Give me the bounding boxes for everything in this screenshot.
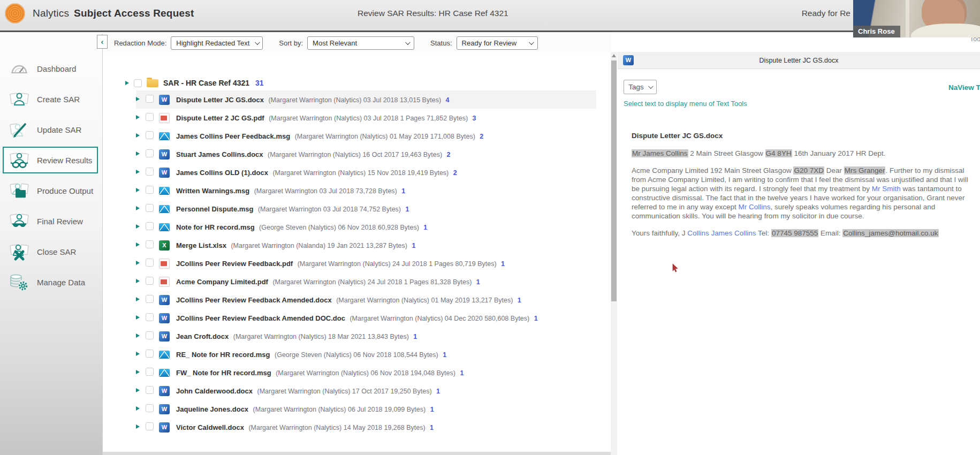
- expand-arrow-icon[interactable]: [136, 97, 140, 101]
- expand-arrow-icon[interactable]: [136, 406, 140, 411]
- toolbar: Redaction Mode: Highlight Redacted Text …: [103, 34, 611, 52]
- file-row[interactable]: Stuart James Collins.docx (Margaret Warr…: [136, 145, 610, 163]
- expand-arrow-icon[interactable]: [136, 388, 140, 392]
- row-checkbox[interactable]: [146, 131, 154, 139]
- expand-arrow-icon[interactable]: [136, 424, 140, 429]
- expand-arrow-icon[interactable]: [136, 188, 140, 192]
- page-title: Review SAR Results: HR Case Ref 4321: [358, 9, 508, 18]
- file-row[interactable]: Personnel Dispute.msg (Margaret Warringt…: [136, 200, 610, 218]
- sidebar-item-review-results[interactable]: Review Results: [3, 147, 98, 173]
- file-row[interactable]: Acme Company Limited.pdf (Margaret Warri…: [136, 272, 610, 291]
- row-checkbox[interactable]: [146, 295, 154, 303]
- expand-arrow-icon[interactable]: [136, 261, 140, 265]
- sidebar-item-produce-output[interactable]: Produce Output: [3, 177, 98, 204]
- expand-arrow-icon[interactable]: [136, 151, 140, 156]
- file-row[interactable]: Note for HR record.msg (George Steven (N…: [136, 218, 610, 236]
- file-row[interactable]: James Collins Peer Feedback.msg (Margare…: [136, 127, 610, 145]
- scrollbar-thumb[interactable]: [611, 60, 617, 301]
- row-checkbox[interactable]: [146, 404, 154, 412]
- file-row[interactable]: JCollins Peer Review Feedback Amended DO…: [136, 309, 610, 327]
- expand-arrow-icon[interactable]: [136, 315, 140, 320]
- file-row[interactable]: Merge List.xlsx (Margaret Warrington (Na…: [136, 236, 610, 254]
- file-row[interactable]: Dispute Letter 2 JC GS.pdf (Margaret War…: [136, 109, 610, 127]
- file-row[interactable]: Written Warnings.msg (Margaret Warringto…: [136, 181, 610, 200]
- row-checkbox[interactable]: [146, 386, 154, 394]
- file-row[interactable]: Jaqueline Jones.docx (Margaret Warringto…: [136, 400, 610, 418]
- row-checkbox[interactable]: [146, 277, 154, 285]
- folder-row[interactable]: SAR - HR Case Ref 4321 31: [125, 75, 610, 90]
- brand-name: Nalytics: [33, 7, 69, 19]
- sidebar-item-update-sar[interactable]: Update SAR: [3, 116, 98, 143]
- expand-arrow-icon[interactable]: [136, 333, 140, 338]
- expand-arrow-icon[interactable]: [136, 279, 140, 283]
- row-checkbox[interactable]: [146, 259, 154, 267]
- file-type-icon: [159, 95, 170, 105]
- file-row[interactable]: FW_ Note for HR record.msg (Margaret War…: [136, 363, 610, 382]
- row-checkbox[interactable]: [146, 168, 154, 176]
- document-paragraph[interactable]: Yours faithfully, J Collins James Collin…: [632, 229, 977, 238]
- file-list-scrollbar[interactable]: [611, 52, 617, 455]
- file-row[interactable]: JCollins Peer Review Feedback.pdf (Marga…: [136, 254, 610, 272]
- status-select[interactable]: Ready for Review: [457, 36, 538, 50]
- row-checkbox[interactable]: [146, 240, 154, 248]
- webcam-background: [906, 0, 909, 37]
- match-count: 1: [458, 369, 464, 377]
- expand-arrow-icon[interactable]: [136, 170, 140, 174]
- preview-title: Dispute Letter JC GS.docx: [618, 57, 980, 64]
- expand-arrow-icon[interactable]: [136, 242, 140, 247]
- collapse-panel-button[interactable]: ‹: [97, 35, 108, 49]
- expand-arrow-icon[interactable]: [136, 370, 140, 374]
- file-row-text: Acme Company Limited.pdf (Margaret Warri…: [176, 277, 480, 287]
- folder-checkbox[interactable]: [134, 79, 142, 87]
- sidebar-item-final-review[interactable]: Final Review: [3, 208, 98, 234]
- document-paragraph[interactable]: Acme Company Limited 192 Main Street Gla…: [632, 166, 977, 221]
- tags-dropdown-button[interactable]: Tags: [624, 80, 657, 94]
- sort-by-select[interactable]: Most Relevant: [307, 36, 414, 50]
- row-checkbox[interactable]: [146, 204, 154, 212]
- file-row[interactable]: RE_ Note for HR record.msg (George Steve…: [136, 345, 610, 363]
- file-row[interactable]: Victor Caldwell.docx (Margaret Warringto…: [136, 418, 610, 436]
- scroll-up-icon[interactable]: [612, 54, 616, 57]
- row-checkbox[interactable]: [146, 95, 154, 103]
- file-row-text: Note for HR record.msg (George Steven (N…: [176, 222, 427, 232]
- row-checkbox[interactable]: [146, 186, 154, 194]
- row-checkbox[interactable]: [146, 113, 154, 121]
- horizontal-scrollbar[interactable]: [103, 452, 611, 455]
- sidebar-item-label: Manage Data: [37, 278, 85, 287]
- expand-arrow-icon[interactable]: [136, 115, 140, 119]
- expand-arrow-icon[interactable]: [136, 224, 140, 229]
- document-preview-panel: Dispute Letter JC GS.docx Tags NaView To…: [618, 52, 980, 455]
- expand-arrow-icon[interactable]: [136, 133, 140, 138]
- header-status: Ready for Re: [802, 9, 850, 18]
- row-checkbox[interactable]: [146, 313, 154, 321]
- row-checkbox[interactable]: [146, 422, 154, 430]
- row-checkbox[interactable]: [146, 149, 154, 157]
- file-row-text: Written Warnings.msg (Margaret Warringto…: [176, 186, 405, 196]
- row-checkbox[interactable]: [146, 350, 154, 358]
- file-row[interactable]: Jean Croft.docx (Margaret Warrington (Na…: [136, 327, 610, 345]
- sidebar-item-label: Review Results: [37, 156, 92, 165]
- file-row[interactable]: Dispute Letter JC GS.docx (Margaret Warr…: [136, 90, 596, 109]
- file-row[interactable]: JCollins Peer Review Feedback Amended.do…: [136, 291, 610, 309]
- file-row[interactable]: John Calderwood.docx (Margaret Warringto…: [136, 382, 610, 400]
- expand-arrow-icon[interactable]: [136, 206, 140, 210]
- redaction-mode-select[interactable]: Highlight Redacted Text: [171, 36, 263, 50]
- text-tools-hint[interactable]: Select text to display menu of Text Tool…: [624, 100, 980, 108]
- document-paragraph[interactable]: Mr James Collins 2 Main Street Glasgow G…: [632, 149, 977, 158]
- expand-arrow-icon[interactable]: [125, 81, 129, 85]
- expand-arrow-icon[interactable]: [136, 352, 140, 356]
- file-meta: (George Steven (Nalytics) 06 Nov 2018 10…: [273, 351, 438, 359]
- naview-tools-link[interactable]: NaView To: [948, 84, 980, 92]
- document-body: Dispute Letter JC GS.docx Mr James Colli…: [632, 131, 977, 238]
- expand-arrow-icon[interactable]: [136, 297, 140, 301]
- row-checkbox[interactable]: [146, 331, 154, 339]
- row-checkbox[interactable]: [146, 368, 154, 376]
- sidebar-item-manage-data[interactable]: Manage Data: [3, 269, 98, 295]
- row-checkbox[interactable]: [146, 222, 154, 230]
- sidebar-item-close-sar[interactable]: Close SAR: [3, 238, 98, 265]
- sidebar-item-create-sar[interactable]: Create SAR: [3, 86, 98, 112]
- match-count: 1: [435, 388, 440, 395]
- sidebar-item-dashboard[interactable]: Dashboard: [3, 55, 98, 82]
- file-row[interactable]: James Collins OLD (1).docx (Margaret War…: [136, 163, 610, 181]
- file-name: JCollins Peer Review Feedback Amended.do…: [176, 296, 332, 304]
